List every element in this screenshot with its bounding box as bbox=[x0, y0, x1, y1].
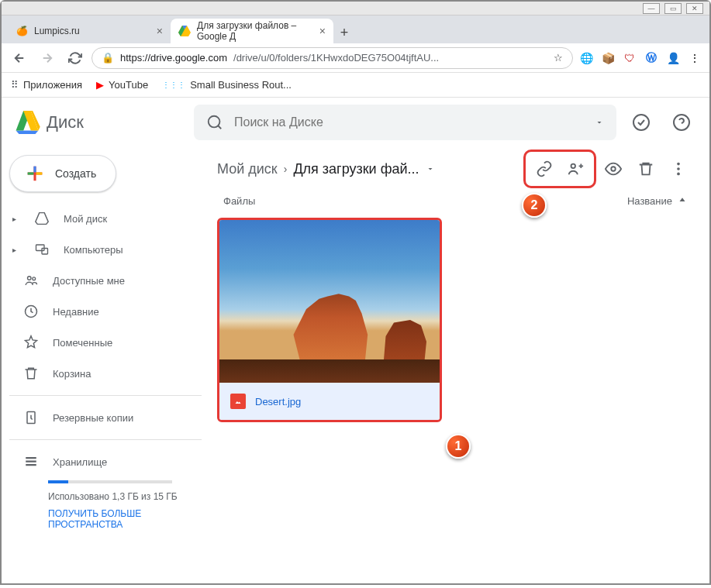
bookmark-label: Приложения bbox=[23, 79, 82, 91]
window-close-button[interactable]: ✕ bbox=[686, 3, 703, 14]
sidebar-item-label: Доступные мне bbox=[53, 275, 125, 287]
storage-meter-fill bbox=[48, 480, 68, 483]
sidebar-item-computers[interactable]: ▸ Компьютеры bbox=[9, 234, 202, 265]
breadcrumb-dropdown-icon[interactable] bbox=[426, 164, 435, 174]
sidebar-item-starred[interactable]: Помеченные bbox=[9, 327, 202, 358]
svg-point-4 bbox=[633, 115, 649, 130]
window-minimize-button[interactable]: — bbox=[643, 3, 660, 14]
favicon-drive bbox=[178, 25, 191, 37]
share-button[interactable] bbox=[560, 153, 591, 184]
new-tab-button[interactable]: + bbox=[333, 22, 355, 43]
window-maximize-button[interactable]: ▭ bbox=[664, 3, 682, 14]
sidebar-item-trash[interactable]: Корзина bbox=[9, 358, 202, 389]
profile-avatar[interactable]: 👤 bbox=[664, 50, 682, 67]
bookmark-smb[interactable]: ⋮⋮⋮ Small Business Rout... bbox=[162, 79, 292, 91]
svg-point-15 bbox=[571, 164, 576, 169]
create-button[interactable]: Создать bbox=[9, 155, 116, 192]
file-action-toolbar bbox=[523, 150, 694, 188]
svg-point-8 bbox=[28, 277, 32, 280]
bookmark-apps[interactable]: ⠿ Приложения bbox=[11, 79, 82, 91]
backup-icon bbox=[23, 410, 39, 425]
annotation-badge-1: 1 bbox=[446, 434, 471, 459]
sidebar-item-label: Недавние bbox=[53, 306, 99, 318]
chevron-right-icon: › bbox=[284, 163, 288, 175]
svg-rect-12 bbox=[26, 457, 36, 459]
storage-meter bbox=[48, 480, 172, 483]
sort-label: Название bbox=[627, 195, 672, 207]
svg-point-3 bbox=[209, 116, 220, 128]
url-path: /drive/u/0/folders/1KHwxdoDEG75O04tjftAU… bbox=[233, 52, 547, 64]
image-file-icon bbox=[230, 394, 246, 409]
sidebar-item-backups[interactable]: Резервные копии bbox=[9, 402, 202, 433]
file-thumbnail bbox=[219, 220, 440, 383]
create-button-label: Создать bbox=[55, 167, 96, 180]
more-actions-button[interactable] bbox=[663, 153, 694, 184]
svg-point-17 bbox=[677, 163, 680, 166]
svg-rect-6 bbox=[36, 245, 45, 251]
breadcrumb-current[interactable]: Для загрузки фай... bbox=[293, 161, 419, 177]
storage-icon bbox=[23, 455, 39, 469]
drive-sidebar: Создать ▸ Мой диск ▸ Компьютеры Доступны… bbox=[2, 147, 202, 582]
bookmarks-bar: ⠿ Приложения ▶ YouTube ⋮⋮⋮ Small Busines… bbox=[2, 73, 709, 98]
plus-icon bbox=[24, 163, 46, 184]
delete-button[interactable] bbox=[630, 153, 661, 184]
extension-cube-icon[interactable]: 📦 bbox=[599, 50, 616, 67]
get-link-button[interactable] bbox=[529, 153, 560, 184]
sidebar-item-shared[interactable]: Доступные мне bbox=[9, 265, 202, 296]
back-button[interactable] bbox=[8, 46, 31, 70]
breadcrumb-root[interactable]: Мой диск bbox=[217, 161, 278, 177]
help-icon[interactable] bbox=[666, 107, 697, 138]
reload-button[interactable] bbox=[64, 46, 87, 70]
ready-offline-icon[interactable] bbox=[626, 107, 657, 138]
tab-close-icon[interactable]: × bbox=[157, 25, 163, 37]
expand-arrow-icon[interactable]: ▸ bbox=[12, 246, 20, 254]
sidebar-item-mydrive[interactable]: ▸ Мой диск bbox=[9, 203, 202, 234]
drive-logo[interactable]: Диск bbox=[14, 111, 185, 134]
annotation-highlight-2 bbox=[523, 150, 596, 188]
sidebar-item-label: Резервные копии bbox=[53, 412, 133, 424]
recent-icon bbox=[23, 304, 39, 319]
file-card-desert[interactable]: Desert.jpg bbox=[217, 218, 442, 422]
drive-logo-text: Диск bbox=[47, 112, 84, 132]
drive-body: Создать ▸ Мой диск ▸ Компьютеры Доступны… bbox=[2, 147, 709, 582]
browser-tab-lumpics[interactable]: 🍊 Lumpics.ru × bbox=[8, 19, 171, 43]
forward-button[interactable] bbox=[36, 46, 59, 70]
address-bar[interactable]: 🔒 https://drive.google.com/drive/u/0/fol… bbox=[91, 47, 573, 69]
sidebar-item-recent[interactable]: Недавние bbox=[9, 296, 202, 327]
browser-menu-icon[interactable]: ⋮ bbox=[686, 50, 703, 67]
trash-icon bbox=[23, 366, 39, 381]
section-header: Файлы Название bbox=[217, 191, 694, 211]
extension-shield-icon[interactable]: 🛡 bbox=[621, 50, 638, 67]
svg-rect-20 bbox=[234, 397, 243, 406]
bookmark-youtube[interactable]: ▶ YouTube bbox=[96, 79, 148, 91]
sort-control[interactable]: Название bbox=[627, 195, 688, 207]
search-icon bbox=[206, 114, 223, 131]
star-icon bbox=[23, 335, 39, 350]
tab-close-icon[interactable]: × bbox=[319, 25, 326, 37]
browser-window: — ▭ ✕ 🍊 Lumpics.ru × Для загрузки файлов… bbox=[0, 0, 711, 585]
bookmark-favicon: ⋮⋮⋮ bbox=[162, 81, 185, 89]
preview-button[interactable] bbox=[598, 153, 629, 184]
sidebar-divider bbox=[9, 439, 202, 440]
drive-search-input[interactable] bbox=[234, 115, 584, 129]
file-grid: Desert.jpg bbox=[217, 211, 694, 428]
drive-main-area: Мой диск › Для загрузки фай... Файлы bbox=[202, 147, 709, 582]
bookmark-label: YouTube bbox=[109, 79, 148, 91]
sidebar-item-storage[interactable]: Хранилище bbox=[9, 446, 202, 477]
svg-point-19 bbox=[677, 173, 680, 176]
browser-tab-drive[interactable]: Для загрузки файлов – Google Д × bbox=[171, 19, 333, 43]
sidebar-item-label: Помеченные bbox=[53, 337, 112, 349]
expand-arrow-icon[interactable]: ▸ bbox=[12, 215, 20, 223]
drive-search-box[interactable] bbox=[194, 105, 616, 140]
search-dropdown-icon[interactable] bbox=[595, 118, 604, 127]
svg-point-9 bbox=[33, 277, 36, 280]
storage-upgrade-link[interactable]: ПОЛУЧИТЬ БОЛЬШЕ ПРОСТРАНСТВА bbox=[9, 508, 202, 530]
extension-w-icon[interactable]: Ⓦ bbox=[643, 50, 660, 67]
breadcrumb-row: Мой диск › Для загрузки фай... bbox=[217, 147, 694, 191]
sidebar-divider bbox=[9, 395, 202, 396]
bookmark-label: Small Business Rout... bbox=[190, 79, 292, 91]
bookmark-star-icon[interactable]: ☆ bbox=[554, 52, 563, 64]
tab-title: Для загрузки файлов – Google Д bbox=[197, 20, 313, 42]
svg-rect-14 bbox=[26, 464, 36, 466]
extension-globe-icon[interactable]: 🌐 bbox=[578, 50, 595, 67]
